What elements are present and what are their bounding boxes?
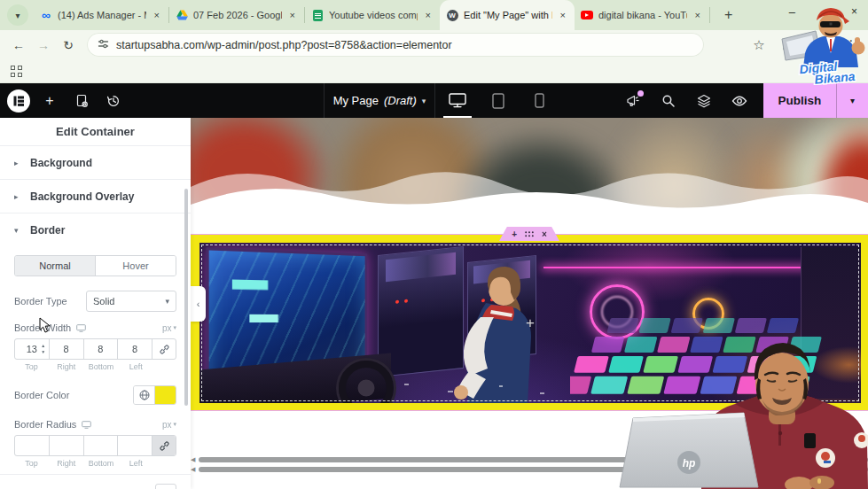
tab-sheets[interactable]: Youtube videos complete × xyxy=(305,0,440,30)
tab-close-icon[interactable]: × xyxy=(152,9,162,21)
link-icon xyxy=(160,441,169,451)
tab-hover[interactable]: Hover xyxy=(96,256,176,276)
panel-collapse-button[interactable]: ‹ xyxy=(191,286,206,322)
device-desktop-button[interactable] xyxy=(443,83,472,118)
dim-label-bottom: Bottom xyxy=(84,459,119,468)
reload-icon[interactable]: ↻ xyxy=(57,34,80,57)
forward-icon[interactable]: → xyxy=(32,34,55,57)
link-icon xyxy=(160,345,169,354)
delete-container-icon[interactable]: × xyxy=(542,229,547,239)
add-element-icon[interactable]: + xyxy=(37,89,62,113)
tab-close-icon[interactable]: × xyxy=(423,9,434,21)
tab-close-icon[interactable]: × xyxy=(558,9,568,21)
meta-icon: ∞ xyxy=(40,9,52,21)
hp-laptop: hp xyxy=(609,411,770,489)
tab-close-icon[interactable]: × xyxy=(287,9,298,21)
add-container-icon[interactable]: + xyxy=(512,229,517,239)
section-background[interactable]: ▸ Background xyxy=(0,145,191,179)
tab-search-button[interactable]: ▾ xyxy=(7,4,28,26)
elementor-logo[interactable] xyxy=(7,89,30,113)
bookmark-star-icon[interactable]: ☆ xyxy=(749,35,769,55)
global-color-button[interactable] xyxy=(134,386,155,404)
watermark-line2: Bikana xyxy=(814,69,856,85)
border-radius-right-cell xyxy=(50,436,84,455)
border-type-select[interactable]: Solid ▾ xyxy=(86,291,176,312)
url-text: startupsabha.com/wp-admin/post.php?post=… xyxy=(116,39,452,51)
link-values-button[interactable] xyxy=(152,339,176,359)
editor-canvas[interactable]: + × xyxy=(191,118,868,489)
border-radius-unit[interactable]: px ▾ xyxy=(162,420,176,430)
section-label: Border xyxy=(30,224,65,237)
elementor-top-bar: + My Page (Draft) ▾ xyxy=(0,83,868,118)
site-info-icon[interactable] xyxy=(98,37,109,53)
dim-label-top: Top xyxy=(14,459,49,468)
dim-label-bottom: Bottom xyxy=(84,362,119,371)
whats-new-icon[interactable] xyxy=(625,93,641,109)
unit-text: px xyxy=(162,323,172,333)
tab-ads-manager[interactable]: ∞ (14) Ads Manager - Mana × xyxy=(34,0,168,30)
border-width-unit[interactable]: px ▾ xyxy=(162,323,176,333)
section-background-overlay[interactable]: ▸ Background Overlay xyxy=(0,179,191,213)
history-icon[interactable] xyxy=(101,89,126,113)
chevron-down-icon: ▾ xyxy=(422,97,426,105)
panel-scrollbar[interactable] xyxy=(184,189,188,406)
device-desktop-icon[interactable] xyxy=(76,324,86,332)
publish-options-chevron[interactable]: ▾ xyxy=(836,83,868,118)
device-tablet-button[interactable] xyxy=(484,83,512,118)
box-shadow-row: Box Shadow xyxy=(14,484,176,489)
border-radius-left-input[interactable] xyxy=(118,436,152,455)
device-mobile-button[interactable] xyxy=(525,83,553,118)
responsive-switcher xyxy=(435,83,561,118)
floor-scatter xyxy=(398,381,570,397)
stepper-icons[interactable]: ▲▼ xyxy=(39,339,48,359)
preview-eye-icon[interactable] xyxy=(731,93,747,109)
new-tab-button[interactable]: + xyxy=(719,6,738,24)
crosshair-icon: + xyxy=(526,314,535,332)
border-color-swatch[interactable] xyxy=(155,386,176,404)
chevron-down-icon: ▾ xyxy=(173,324,176,331)
tab-google-drive[interactable]: 07 Feb 2026 - Google Dr × xyxy=(169,0,304,30)
border-radius-bottom-input[interactable] xyxy=(84,436,118,455)
scroll-left-icon[interactable]: ◀ xyxy=(191,457,195,462)
link-values-button-active[interactable] xyxy=(152,436,176,455)
border-width-left-input[interactable] xyxy=(118,339,152,359)
structure-layers-icon[interactable] xyxy=(696,93,712,109)
border-radius-top-input[interactable] xyxy=(15,436,49,455)
border-color-row: Border Color xyxy=(14,385,176,405)
stepper-down-icon[interactable]: ▼ xyxy=(41,349,45,355)
globe-icon xyxy=(139,390,150,400)
page-settings-icon[interactable] xyxy=(69,89,94,113)
border-radius-right-input[interactable] xyxy=(50,436,83,455)
drag-dots-icon[interactable] xyxy=(525,231,534,237)
stepper-up-icon[interactable]: ▲ xyxy=(41,343,45,349)
device-desktop-icon[interactable] xyxy=(82,421,91,429)
scroll-left-icon[interactable]: ◀ xyxy=(191,467,195,472)
elementor-panel: Edit Container ▸ Background ▸ Background… xyxy=(0,118,191,489)
tab-youtube[interactable]: digital bikana - YouTube × xyxy=(575,0,709,30)
section-border[interactable]: ▾ Border xyxy=(0,213,191,246)
dim-label-left: Left xyxy=(119,459,153,468)
border-width-bottom-input[interactable] xyxy=(84,339,118,359)
google-sheets-icon xyxy=(311,9,324,21)
apps-grid-icon[interactable] xyxy=(11,66,22,77)
finder-search-icon[interactable] xyxy=(661,93,676,109)
border-radius-top-cell xyxy=(15,436,50,455)
google-drive-icon xyxy=(176,9,188,21)
box-shadow-edit-button[interactable] xyxy=(155,484,176,489)
border-radius-inputs xyxy=(14,435,176,456)
tab-elementor-active[interactable]: W Edit "My Page" with Elem × xyxy=(440,0,575,30)
dim-label-top: Top xyxy=(14,362,49,371)
elementor-left-tools: + xyxy=(0,83,140,118)
tab-close-icon[interactable]: × xyxy=(692,9,703,21)
back-icon[interactable]: ← xyxy=(7,34,30,57)
document-title: My Page xyxy=(333,94,379,107)
hero-image-section[interactable] xyxy=(191,118,868,223)
address-bar[interactable]: startupsabha.com/wp-admin/post.php?post=… xyxy=(87,33,704,57)
document-switcher[interactable]: My Page (Draft) ▾ xyxy=(325,83,434,118)
browser-toolbar: ← → ↻ startupsabha.com/wp-admin/post.php… xyxy=(0,30,868,59)
publish-button[interactable]: Publish xyxy=(763,83,836,118)
tab-label: (14) Ads Manager - Mana xyxy=(58,10,146,20)
border-width-right-input[interactable] xyxy=(50,339,83,359)
tab-normal[interactable]: Normal xyxy=(15,256,96,276)
border-radius-left-cell xyxy=(118,436,152,455)
